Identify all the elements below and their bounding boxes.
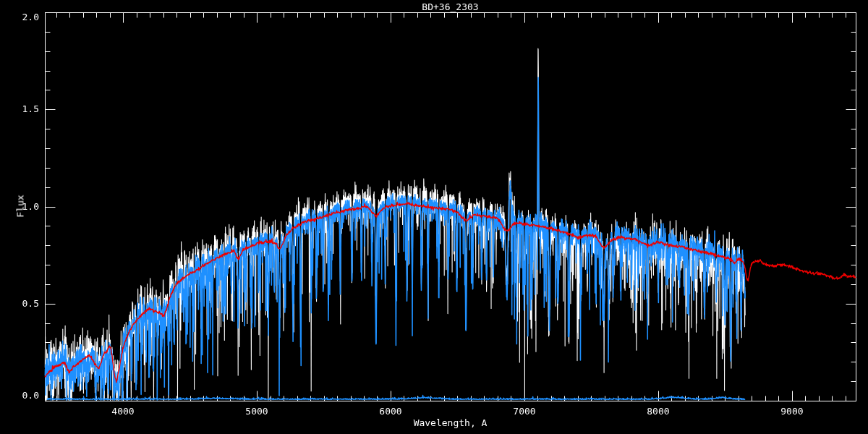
chart-title: BD+36_2303 xyxy=(45,1,856,12)
y-tick-label: 0.5 xyxy=(7,298,39,309)
x-tick-label: 5000 xyxy=(235,406,278,417)
y-tick-label: 2.0 xyxy=(7,12,39,22)
y-tick-label: 1.5 xyxy=(7,103,39,114)
x-tick-label: 6000 xyxy=(369,406,412,417)
x-tick-label: 8000 xyxy=(637,406,680,417)
y-tick-label: 0.0 xyxy=(7,390,39,401)
x-axis-label: Wavelength, A xyxy=(45,417,856,428)
y-tick-label: 1.0 xyxy=(7,201,39,212)
spectrum-plot-canvas xyxy=(0,0,868,434)
x-tick-label: 4000 xyxy=(101,406,145,417)
x-tick-label: 7000 xyxy=(503,406,546,417)
x-tick-label: 9000 xyxy=(770,406,814,417)
spectrum-figure: BD+36_2303 Wavelength, A Flux 4000500060… xyxy=(0,0,868,434)
